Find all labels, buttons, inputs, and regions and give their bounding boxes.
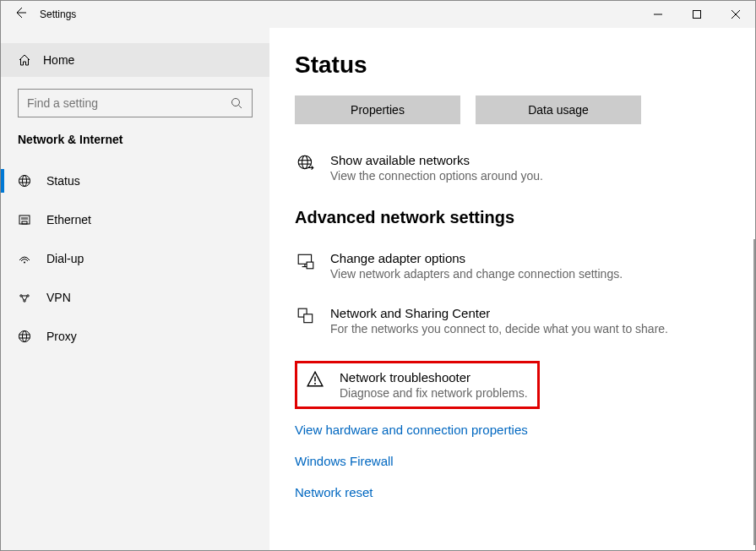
data-usage-button[interactable]: Data usage [476, 95, 641, 124]
link-hardware-properties[interactable]: View hardware and connection properties [295, 423, 730, 437]
svg-point-28 [302, 155, 308, 168]
network-sharing-center[interactable]: Network and Sharing Center For the netwo… [295, 306, 730, 336]
svg-point-23 [19, 331, 30, 342]
advanced-heading: Advanced network settings [295, 208, 730, 227]
item-title: Network troubleshooter [340, 370, 528, 385]
page-title: Status [295, 52, 730, 79]
item-subtitle: Diagnose and fix network problems. [340, 386, 528, 400]
nav-label: Ethernet [46, 213, 91, 226]
nav-vpn[interactable]: VPN [1, 278, 269, 317]
svg-point-4 [232, 99, 240, 106]
nav-ethernet[interactable]: Ethernet [1, 200, 269, 239]
svg-point-7 [23, 176, 27, 187]
show-available-networks[interactable]: Show available networks View the connect… [295, 153, 730, 183]
svg-point-19 [24, 300, 25, 302]
svg-point-6 [19, 176, 30, 187]
svg-point-17 [20, 295, 22, 297]
titlebar: Settings [1, 1, 755, 28]
vpn-icon [18, 291, 31, 304]
svg-line-5 [239, 106, 242, 109]
link-windows-firewall[interactable]: Windows Firewall [295, 454, 730, 468]
item-subtitle: View network adapters and change connect… [330, 267, 623, 281]
nav-status[interactable]: Status [1, 161, 269, 200]
svg-point-27 [298, 155, 311, 168]
svg-rect-1 [693, 11, 701, 19]
item-subtitle: View the connection options around you. [330, 169, 543, 183]
dialup-icon [18, 252, 31, 265]
nav-dialup[interactable]: Dial-up [1, 239, 269, 278]
close-button[interactable] [716, 1, 755, 28]
item-title: Show available networks [330, 153, 543, 167]
nav-label: Proxy [46, 330, 77, 343]
search-icon [231, 89, 242, 117]
globe-icon [18, 174, 31, 188]
svg-line-20 [22, 297, 24, 300]
search-input[interactable] [18, 89, 253, 117]
nav-label: Dial-up [46, 252, 84, 265]
svg-point-24 [23, 331, 27, 342]
back-button[interactable] [1, 6, 40, 23]
svg-rect-34 [307, 262, 313, 269]
item-subtitle: For the networks you connect to, decide … [330, 322, 668, 336]
svg-point-16 [24, 262, 25, 264]
home-icon [18, 53, 31, 67]
warning-icon [306, 370, 324, 391]
properties-button[interactable]: Properties [295, 95, 460, 124]
sharing-icon [296, 306, 315, 325]
globe-arrow-icon [296, 153, 315, 172]
svg-line-21 [25, 297, 27, 300]
sidebar: Home Network & Internet Status Et [1, 28, 269, 550]
change-adapter-options[interactable]: Change adapter options View network adap… [295, 251, 730, 281]
window-controls [639, 1, 755, 28]
home-label: Home [43, 53, 74, 67]
svg-rect-10 [19, 215, 30, 224]
category-heading: Network & Internet [1, 133, 269, 156]
ethernet-icon [18, 213, 31, 226]
network-troubleshooter[interactable]: Network troubleshooter Diagnose and fix … [295, 361, 540, 409]
nav-proxy[interactable]: Proxy [1, 317, 269, 356]
svg-point-38 [314, 383, 316, 385]
svg-point-18 [27, 295, 29, 297]
item-title: Change adapter options [330, 251, 623, 265]
scrollbar[interactable] [753, 239, 755, 545]
maximize-button[interactable] [677, 1, 716, 28]
nav-label: Status [46, 174, 80, 188]
settings-window: Settings Home Network & Internet [0, 0, 756, 551]
proxy-icon [18, 330, 31, 343]
monitor-icon [296, 251, 315, 270]
nav-label: VPN [46, 291, 71, 304]
window-title: Settings [40, 8, 76, 20]
svg-rect-36 [304, 314, 313, 323]
minimize-button[interactable] [639, 1, 677, 28]
main-panel: Status Properties Data usage Show availa… [269, 28, 755, 550]
svg-rect-11 [22, 221, 27, 224]
home-nav[interactable]: Home [1, 43, 269, 77]
link-network-reset[interactable]: Network reset [295, 485, 730, 499]
item-title: Network and Sharing Center [330, 306, 668, 320]
